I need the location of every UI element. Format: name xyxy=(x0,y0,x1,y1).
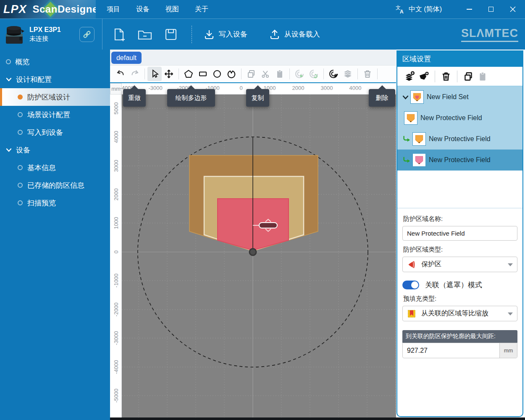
cut-button[interactable] xyxy=(258,67,273,81)
app-logo: LPX ScanDesigner xyxy=(0,0,96,18)
sidebar-item-stored-zones[interactable]: 已存储的防区信息 xyxy=(0,176,110,194)
tree-row-field-2[interactable]: New Protective Field xyxy=(397,129,522,150)
tree-row-field-set[interactable]: New Field Set xyxy=(397,87,522,108)
sidebar-item-label: 基本信息 xyxy=(27,163,56,173)
close-button[interactable] xyxy=(503,2,522,16)
tab-default[interactable]: default xyxy=(111,52,142,64)
circle-icon xyxy=(213,69,222,79)
ruler-tick: 1000 xyxy=(113,217,119,229)
panel-title: 区域设置 xyxy=(397,51,522,67)
sidebar-group-label: 设计和配置 xyxy=(16,75,52,84)
sidebar-item-label: 写入到设备 xyxy=(27,128,63,137)
canvas-toolbar xyxy=(110,66,396,83)
load-device-button[interactable]: 从设备载入 xyxy=(269,29,320,40)
language-selector[interactable]: 文 A 中文 (简体) xyxy=(395,4,442,14)
protective-zone-icon xyxy=(407,260,416,269)
mask-mode-toggle[interactable] xyxy=(402,281,419,289)
menu-project[interactable]: 项目 xyxy=(106,3,121,16)
prefill-type-select[interactable]: 从关联的区域等比缩放 xyxy=(402,306,517,321)
toolbar-separator xyxy=(457,71,457,82)
delete-field-button[interactable] xyxy=(439,69,453,84)
ruler-tick: -5000 xyxy=(113,388,119,402)
ruler-tick: -4000 xyxy=(113,360,119,374)
select-tool-button[interactable] xyxy=(147,67,162,81)
tree-label: New Protective Field xyxy=(429,135,491,143)
radar-play-icon xyxy=(294,69,304,79)
sidebar-item-basic-info[interactable]: 基本信息 xyxy=(0,159,110,176)
tree-row-field-1[interactable]: New Protective Field xyxy=(397,108,522,129)
tree-label: New Protective Field xyxy=(420,114,482,122)
add-field-button[interactable] xyxy=(417,69,431,84)
right-panel-area: 区域设置 xyxy=(396,50,525,420)
paste-field-button[interactable] xyxy=(475,69,490,84)
rectangle-icon xyxy=(198,69,207,79)
clipboard-icon xyxy=(275,69,284,79)
ruler-tick: 3000 xyxy=(321,85,333,91)
scan-play-button[interactable] xyxy=(292,67,307,81)
save-project-button[interactable] xyxy=(161,25,181,44)
maximize-button[interactable] xyxy=(481,2,501,16)
draw-polygon-button[interactable] xyxy=(181,67,196,81)
radio-selected-icon xyxy=(18,94,23,100)
edit-field-button[interactable] xyxy=(326,67,341,81)
max-distance-label: 到关联的防区保护轮廓的最大间距: xyxy=(402,330,517,343)
connect-button[interactable] xyxy=(79,27,94,42)
field-orange-icon xyxy=(412,132,426,146)
fieldset-icon xyxy=(410,90,424,104)
max-distance-input[interactable]: 927.27 xyxy=(403,343,499,358)
draw-circle-button[interactable] xyxy=(210,67,224,81)
ruler-tick: -3000 xyxy=(148,85,162,91)
menu-about[interactable]: 关于 xyxy=(194,3,209,16)
undo-button[interactable] xyxy=(113,67,128,81)
add-field-set-icon xyxy=(404,71,415,82)
sidebar-item-overview[interactable]: 概览 xyxy=(0,53,110,71)
origin-point[interactable] xyxy=(249,249,256,255)
add-field-set-button[interactable] xyxy=(402,69,417,84)
draw-sector-button[interactable] xyxy=(224,67,239,81)
menu-bar: 项目 设备 视图 关于 xyxy=(106,3,209,16)
new-project-button[interactable] xyxy=(109,25,129,44)
radio-icon xyxy=(6,59,11,64)
chevron-down-icon xyxy=(6,76,12,82)
linked-arrow-icon xyxy=(402,156,411,164)
menu-view[interactable]: 视图 xyxy=(165,3,180,16)
copy-button[interactable] xyxy=(244,67,258,81)
trash-icon xyxy=(363,69,372,79)
sidebar-group-device[interactable]: 设备 xyxy=(0,141,110,159)
field-drag-handle[interactable] xyxy=(259,223,277,228)
draw-rectangle-button[interactable] xyxy=(196,67,210,81)
field-type-label: 防护区域类型: xyxy=(403,246,517,254)
prefill-type-label: 预填充类型: xyxy=(403,295,517,303)
toolbar-separator xyxy=(178,68,179,79)
device-thumbnail xyxy=(3,22,26,47)
chevron-down-icon xyxy=(6,147,12,153)
sidebar-item-write-device[interactable]: 写入到设备 xyxy=(0,123,110,141)
trash-icon xyxy=(441,71,451,81)
open-project-button[interactable] xyxy=(135,25,155,44)
field-name-input[interactable]: New Protective Field xyxy=(402,226,517,241)
redo-button[interactable] xyxy=(128,67,142,81)
sidebar-item-scene-design[interactable]: 场景设计配置 xyxy=(0,106,110,123)
field-name-label: 防护区域名称: xyxy=(403,215,517,223)
sidebar-item-protect-design[interactable]: 防护区域设计 xyxy=(0,88,110,106)
sidebar-item-scan-preview[interactable]: 扫描预览 xyxy=(0,194,110,212)
minimize-button[interactable] xyxy=(459,2,479,16)
field-properties-form: 防护区域名称: New Protective Field 防护区域类型: 保护区… xyxy=(397,208,522,358)
tree-row-field-3-selected[interactable]: New Protective Field xyxy=(397,150,522,171)
paste-button[interactable] xyxy=(273,67,287,81)
write-device-button[interactable]: 写入设备 xyxy=(204,29,247,40)
field-type-select[interactable]: 保护区 xyxy=(402,257,517,272)
delete-button[interactable] xyxy=(360,67,375,81)
toolbar-separator xyxy=(144,68,145,79)
sidebar-item-label: 概览 xyxy=(15,57,29,67)
ruler-tick: 2000 xyxy=(113,189,119,201)
app-window: LPX ScanDesigner 项目 设备 视图 关于 文 A 中文 (简体) xyxy=(0,0,525,420)
sidebar-group-design[interactable]: 设计和配置 xyxy=(0,71,110,88)
design-canvas[interactable] xyxy=(122,94,396,420)
layers-button[interactable] xyxy=(341,67,355,81)
move-tool-button[interactable] xyxy=(162,67,176,81)
copy-field-button[interactable] xyxy=(461,69,475,84)
move-icon xyxy=(164,69,173,79)
scan-refresh-button[interactable] xyxy=(307,67,321,81)
menu-device[interactable]: 设备 xyxy=(135,3,150,16)
